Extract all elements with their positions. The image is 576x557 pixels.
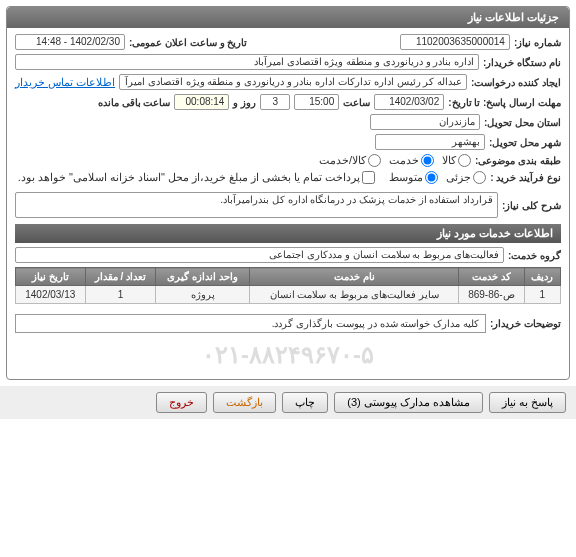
- buyer-org: اداره بنادر و دریانوردی و منطقه ویژه اقت…: [15, 54, 479, 70]
- footer-buttons: پاسخ به نیاز مشاهده مدارک پیوستی (3) چاپ…: [0, 386, 576, 419]
- buyer-notes-label: توضیحات خریدار:: [490, 318, 561, 329]
- print-button[interactable]: چاپ: [282, 392, 328, 413]
- services-header: اطلاعات خدمات مورد نیاز: [15, 224, 561, 243]
- radio-kala[interactable]: [458, 154, 471, 167]
- days: 3: [260, 94, 290, 110]
- th-unit: واحد اندازه گیری: [156, 268, 250, 286]
- subject-class-radios: کالا خدمت کالا/خدمت: [319, 154, 471, 167]
- remaining: 00:08:14: [174, 94, 229, 110]
- panel-title: جزئیات اطلاعات نیاز: [7, 7, 569, 28]
- radio-khedmat-label: خدمت: [389, 154, 419, 167]
- td-date: 1402/03/13: [16, 286, 86, 304]
- th-date: تاریخ نیاز: [16, 268, 86, 286]
- exit-button[interactable]: خروج: [156, 392, 207, 413]
- process-type-radios: جزئی متوسط: [389, 171, 486, 184]
- deadline-date: 1402/03/02: [374, 94, 444, 110]
- radio-partial-label: جزئی: [446, 171, 471, 184]
- radio-khedmat[interactable]: [421, 154, 434, 167]
- td-row: 1: [524, 286, 560, 304]
- contact-link[interactable]: اطلاعات تماس خریدار: [15, 76, 115, 89]
- subject-class-label: طبقه بندی موضوعی:: [475, 155, 561, 166]
- th-code: کد خدمت: [459, 268, 524, 286]
- radio-partial[interactable]: [473, 171, 486, 184]
- desc: قرارداد استفاده از خدمات پزشک در درمانگا…: [15, 192, 498, 218]
- buyer-org-label: نام دستگاه خریدار:: [483, 57, 561, 68]
- radio-medium-label: متوسط: [389, 171, 423, 184]
- days-label: روز و: [233, 97, 256, 108]
- back-button[interactable]: بازگشت: [213, 392, 276, 413]
- th-name: نام خدمت: [250, 268, 459, 286]
- need-no: 1102003635000014: [400, 34, 510, 50]
- pub-date-label: تاریخ و ساعت اعلان عمومی:: [129, 37, 247, 48]
- need-details-panel: جزئیات اطلاعات نیاز شماره نیاز: 11020036…: [6, 6, 570, 380]
- td-name: سایر فعالیت‌های مربوط به سلامت انسان: [250, 286, 459, 304]
- deadline-label: مهلت ارسال پاسخ: تا تاریخ:: [448, 97, 561, 108]
- service-group-label: گروه خدمت:: [508, 250, 561, 261]
- td-qty: 1: [85, 286, 156, 304]
- need-no-label: شماره نیاز:: [514, 37, 561, 48]
- th-qty: تعداد / مقدار: [85, 268, 156, 286]
- province: مازندران: [370, 114, 480, 130]
- pub-date: 1402/02/30 - 14:48: [15, 34, 125, 50]
- td-code: ص-86-869: [459, 286, 524, 304]
- radio-kala-label: کالا: [442, 154, 456, 167]
- services-table: ردیف کد خدمت نام خدمت واحد اندازه گیری ت…: [15, 267, 561, 304]
- attachments-button[interactable]: مشاهده مدارک پیوستی (3): [334, 392, 483, 413]
- city: بهشهر: [375, 134, 485, 150]
- payment-note: پرداخت تمام یا بخشی از مبلغ خرید،از محل …: [18, 171, 361, 184]
- deadline-time: 15:00: [294, 94, 339, 110]
- radio-kala-khedmat-label: کالا/خدمت: [319, 154, 366, 167]
- time-label-1: ساعت: [343, 97, 370, 108]
- creator-label: ایجاد کننده درخواست:: [471, 77, 561, 88]
- province-label: استان محل تحویل:: [484, 117, 561, 128]
- radio-medium[interactable]: [425, 171, 438, 184]
- panel-body: شماره نیاز: 1102003635000014 تاریخ و ساع…: [7, 28, 569, 379]
- table-row: 1 ص-86-869 سایر فعالیت‌های مربوط به سلام…: [16, 286, 561, 304]
- buyer-notes: کلیه مدارک خواسته شده در پیوست بارگذاری …: [15, 314, 486, 333]
- th-row: ردیف: [524, 268, 560, 286]
- city-label: شهر محل تحویل:: [489, 137, 561, 148]
- radio-kala-khedmat[interactable]: [368, 154, 381, 167]
- process-type-label: نوع فرآیند خرید :: [490, 172, 561, 183]
- td-unit: پروژه: [156, 286, 250, 304]
- remaining-label: ساعت باقی مانده: [98, 97, 171, 108]
- payment-checkbox[interactable]: [362, 171, 375, 184]
- service-group: فعالیت‌های مربوط به سلامت انسان و مددکار…: [15, 247, 504, 263]
- watermark: ۰۲۱-۸۸۲۴۹۶۷۰-۵: [15, 341, 561, 369]
- respond-button[interactable]: پاسخ به نیاز: [489, 392, 566, 413]
- desc-label: شرح کلی نیاز:: [502, 200, 561, 211]
- creator: عبداله کر رئیس اداره تدارکات اداره بنادر…: [119, 74, 467, 90]
